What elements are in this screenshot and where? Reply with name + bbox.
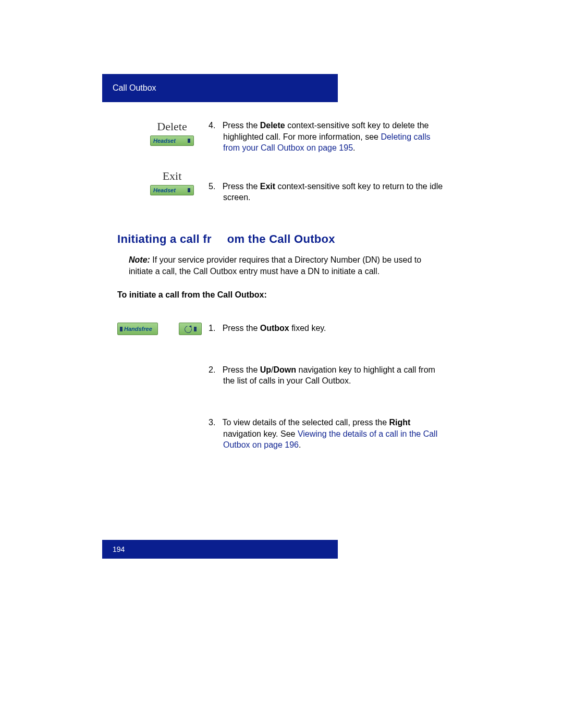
step-2: 2. Press the Up/Down navigation key to h… [209, 364, 446, 387]
step-num: 1. [209, 324, 215, 332]
step-num: 2. [209, 365, 215, 374]
softkey-indicator-icon [188, 139, 190, 143]
handsfree-key-group: Handsfree [117, 323, 209, 335]
step-4-row: Delete Headset 4. Press the Delete conte… [117, 120, 446, 154]
outbox-indicator-icon [194, 327, 197, 331]
headset-softkey-delete: Headset [150, 135, 194, 146]
page-number: 194 [113, 545, 125, 553]
initiate-steps-row: Handsfree 1. Press the Outbox fixed key.… [117, 323, 446, 451]
step-1: 1. Press the Outbox fixed key. [209, 323, 446, 334]
softkey-indicator-icon [188, 188, 190, 192]
header-bar: Call Outbox [102, 74, 338, 102]
delete-key-group: Delete Headset [117, 120, 209, 146]
page-content: Delete Headset 4. Press the Delete conte… [117, 120, 446, 451]
step-5-row: Exit Headset 5. Press the Exit context-s… [117, 169, 446, 203]
handsfree-button-text: Handsfree [124, 326, 152, 332]
note-label: Note: [129, 255, 150, 264]
note-block: Note: If your service provider requires … [117, 254, 446, 277]
outbox-icon [185, 326, 192, 332]
headset-softkey-exit: Headset [150, 185, 194, 195]
section-heading: Initiating a call from the Call Outbox [117, 232, 446, 246]
exit-key-label: Exit [149, 169, 195, 183]
step-3: 3. To view details of the selected call,… [209, 417, 446, 451]
exit-key-group: Exit Headset [117, 169, 209, 195]
header-breadcrumb: Call Outbox [113, 83, 156, 93]
step-5-text: 5. Press the Exit context-sensitive soft… [209, 169, 446, 203]
step-num: 5. [209, 182, 215, 191]
delete-key-label: Delete [149, 120, 195, 133]
handsfree-button: Handsfree [117, 323, 158, 335]
sub-heading: To initiate a call from the Call Outbox: [117, 290, 446, 300]
step-4-text: 4. Press the Delete context-sensitive so… [209, 120, 446, 154]
step-num: 3. [209, 418, 215, 427]
initiate-steps: 1. Press the Outbox fixed key. 2. Press … [209, 323, 446, 451]
headset-softkey-text: Headset [153, 187, 176, 193]
step-num: 4. [209, 121, 215, 130]
outbox-fixed-key [179, 323, 202, 335]
headset-softkey-text: Headset [153, 138, 176, 144]
footer-bar: 194 [102, 540, 338, 559]
handsfree-indicator-icon [120, 327, 123, 331]
